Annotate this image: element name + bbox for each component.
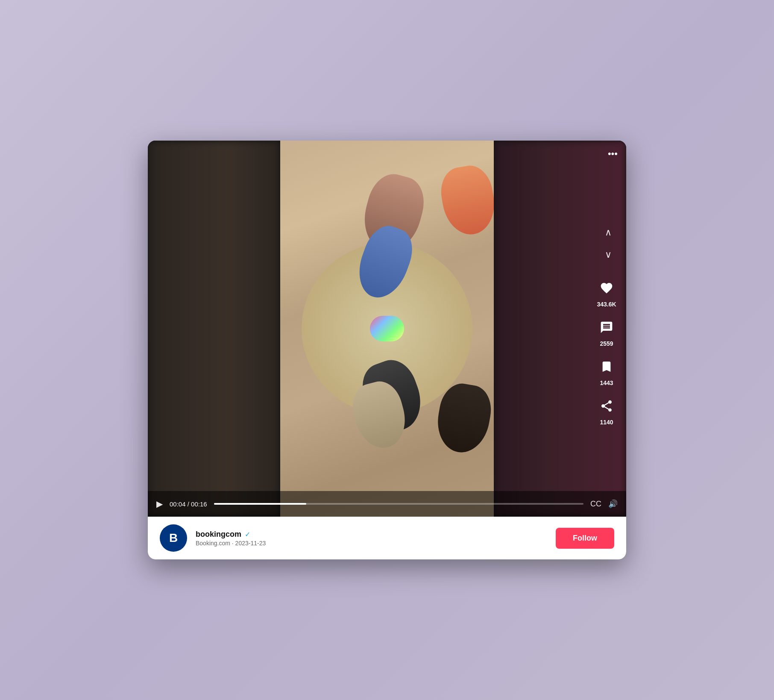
volume-button[interactable]: 🔊 (608, 499, 618, 509)
nav-arrows: ∧ ∨ (599, 223, 618, 264)
video-scene (280, 141, 494, 517)
verified-icon: ✓ (245, 530, 250, 538)
bookmark-count: 1443 (600, 379, 613, 386)
colorful-shoes (370, 316, 404, 341)
channel-info: bookingcom ✓ Booking.com · 2023-11-23 (196, 530, 547, 547)
nav-down-button[interactable]: ∨ (599, 245, 618, 264)
progress-controls-right: CC 🔊 (590, 499, 618, 509)
share-button[interactable] (595, 395, 618, 417)
comment-button[interactable] (595, 316, 618, 338)
bookmark-button[interactable] (595, 356, 618, 378)
share-group: 1140 (595, 395, 618, 426)
person-2 (437, 162, 494, 238)
player-card: ••• ∧ ∨ (148, 141, 626, 559)
time-display: 00:04 / 00:16 (170, 500, 207, 508)
progress-area: ▶ 00:04 / 00:16 CC 🔊 (148, 491, 626, 517)
follow-button[interactable]: Follow (556, 528, 614, 549)
channel-name-row: bookingcom ✓ (196, 530, 547, 539)
like-count: 343.6K (597, 301, 616, 308)
progress-bar-fill (214, 503, 306, 505)
avatar: B (160, 524, 187, 552)
comment-group: 2559 (595, 316, 618, 347)
share-count: 1140 (600, 419, 613, 426)
nav-up-button[interactable]: ∧ (599, 223, 618, 242)
video-frame[interactable] (280, 141, 494, 517)
channel-name: bookingcom (196, 530, 241, 539)
progress-bar[interactable] (214, 503, 583, 505)
action-panel: ∧ ∨ 343.6K 2559 (498, 141, 626, 517)
more-menu-button[interactable]: ••• (608, 148, 618, 159)
info-bar: B bookingcom ✓ Booking.com · 2023-11-23 … (148, 517, 626, 559)
play-button[interactable]: ▶ (156, 499, 163, 509)
video-bg-left (148, 141, 280, 517)
video-area: ••• ∧ ∨ (148, 141, 626, 517)
like-group: 343.6K (595, 277, 618, 308)
comment-count: 2559 (600, 340, 613, 347)
like-button[interactable] (595, 277, 618, 299)
cc-button[interactable]: CC (590, 500, 601, 509)
channel-meta: Booking.com · 2023-11-23 (196, 540, 547, 547)
bookmark-group: 1443 (595, 356, 618, 386)
